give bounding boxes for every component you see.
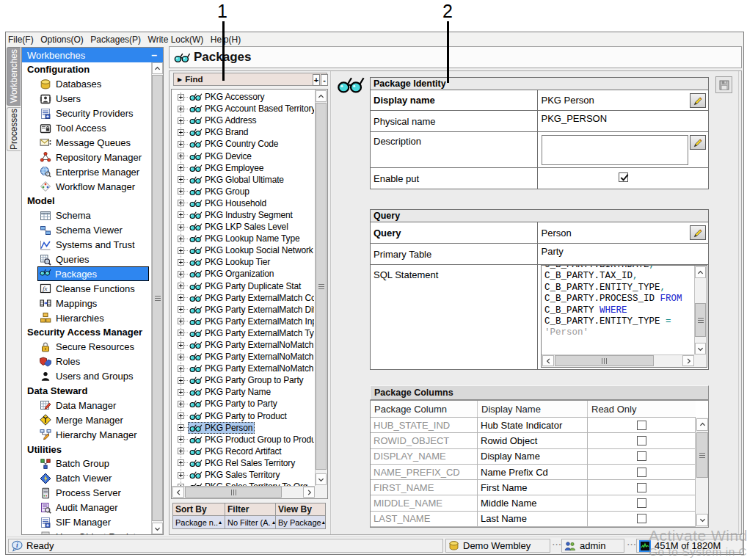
expand-icon[interactable]: [178, 389, 184, 396]
sidebar-item-queries[interactable]: Queries: [22, 252, 151, 267]
expand-icon[interactable]: [178, 259, 184, 266]
read-only-checkbox[interactable]: [637, 451, 646, 461]
save-button[interactable]: [715, 76, 732, 93]
description-field[interactable]: [542, 135, 688, 165]
tree-item-pkg-device[interactable]: PKG Device: [172, 150, 315, 161]
scroll-thumb[interactable]: [316, 103, 327, 470]
sql-hscrollbar[interactable]: [542, 354, 695, 367]
tree-item-pkg-party-externalmatch-dif[interactable]: PKG Party ExternalMatch Dif: [172, 304, 315, 316]
expand-icon[interactable]: [178, 424, 184, 431]
tree-item-pkg-employee[interactable]: PKG Employee: [172, 162, 315, 174]
edit-description-button[interactable]: [690, 135, 706, 150]
expand-icon[interactable]: [178, 94, 184, 101]
expand-icon[interactable]: [178, 401, 184, 407]
expand-icon[interactable]: [178, 472, 184, 479]
tree-item-pkg-party-name[interactable]: PKG Party Name: [172, 386, 315, 398]
expand-icon[interactable]: [178, 271, 184, 277]
scroll-down-button[interactable]: [316, 473, 327, 485]
expand-icon[interactable]: [178, 318, 184, 324]
scroll-up-button[interactable]: [695, 266, 706, 278]
expand-icon[interactable]: [178, 306, 184, 313]
expand-icon[interactable]: [178, 200, 184, 206]
expand-icon[interactable]: [178, 366, 184, 372]
sidebar-item-schema-viewer[interactable]: Schema Viewer: [22, 223, 151, 238]
read-only-checkbox[interactable]: [637, 436, 646, 446]
sidebar-item-cleanse-functions[interactable]: fxCleanse Functions: [22, 281, 151, 296]
tree-item-pkg-party-externalmatch-ty[interactable]: PKG Party ExternalMatch Ty: [172, 327, 315, 339]
menu-write-lock-w[interactable]: Write Lock(W): [148, 33, 204, 46]
sidebar-item-hierarchies[interactable]: Hierarchies: [22, 310, 151, 325]
tree-item-pkg-industry-segment[interactable]: PKG Industry Segment: [172, 209, 315, 221]
tree-item-pkg-lookup-name-type[interactable]: PKG Lookup Name Type: [172, 233, 315, 244]
scroll-thumb[interactable]: [152, 75, 163, 521]
scroll-down-button[interactable]: [695, 343, 706, 354]
tree-item-pkg-address[interactable]: PKG Address: [172, 114, 315, 126]
tree-item-pkg-organization[interactable]: PKG Organization: [172, 268, 315, 280]
tree-item-pkg-person[interactable]: PKG Person: [172, 422, 315, 434]
filter-select[interactable]: No Filter (A..▴: [225, 516, 276, 528]
sidebar-item-enterprise-manager[interactable]: Enterprise Manager: [22, 164, 151, 179]
scroll-thumb[interactable]: [695, 303, 706, 337]
tree-item-pkg-sales-territory[interactable]: PKG Sales Territory: [172, 469, 315, 481]
panel-splitter[interactable]: [330, 71, 332, 534]
tree-item-pkg-rel-sales-territory[interactable]: PKG Rel Sales Territory: [172, 457, 315, 469]
sidebar-item-batch-group[interactable]: Batch Group: [22, 457, 151, 471]
tree-item-pkg-party-duplicate-stat[interactable]: PKG Party Duplicate Stat: [172, 280, 315, 292]
read-only-checkbox[interactable]: [637, 421, 646, 430]
enable-put-checkbox[interactable]: [619, 172, 628, 182]
tree-item-pkg-record-artifact[interactable]: PKG Record Artifact: [172, 446, 315, 457]
package-tree-vscrollbar[interactable]: [315, 90, 327, 486]
scroll-thumb[interactable]: [555, 355, 654, 366]
sidebar-item-mappings[interactable]: Mappings: [22, 296, 151, 310]
sidebar-item-workflow-manager[interactable]: Workflow Manager: [22, 179, 151, 194]
expand-all-button[interactable]: +: [313, 74, 320, 86]
expand-icon[interactable]: [178, 224, 184, 230]
tree-item-pkg-party-externalnomatch[interactable]: PKG Party ExternalNoMatch: [172, 363, 315, 374]
view-by-select[interactable]: By Package▴: [276, 516, 325, 528]
package-tree-hscrollbar[interactable]: [172, 486, 315, 498]
edit-display-name-button[interactable]: [690, 93, 706, 108]
sidebar-item-databases[interactable]: Databases: [22, 77, 151, 92]
menu-packages-p[interactable]: Packages(P): [90, 33, 141, 46]
scroll-thumb[interactable]: [185, 487, 282, 498]
side-tab-workbenches[interactable]: Workbenches: [7, 47, 21, 106]
tree-item-pkg-party-externalmatch-co[interactable]: PKG Party ExternalMatch Co: [172, 292, 315, 304]
find-bar[interactable]: ▶ Find: [173, 73, 327, 86]
sidebar-scrollbar[interactable]: [151, 62, 163, 534]
sidebar-minimize-button[interactable]: –: [151, 49, 158, 61]
expand-icon[interactable]: [178, 129, 184, 136]
tree-item-pkg-account-based-territory[interactable]: PKG Account Based Territory: [172, 103, 315, 114]
tree-item-pkg-country-code[interactable]: PKG Country Code: [172, 138, 315, 150]
sql-statement-text[interactable]: C_B_PARTY.BIRTHDATE, C_B_PARTY.TAX_ID, C…: [542, 266, 695, 355]
sidebar-item-secure-resources[interactable]: Secure Resources: [22, 340, 151, 354]
sidebar-item-schema[interactable]: Schema: [22, 208, 151, 223]
sidebar-item-hierarchy-manager[interactable]: Hierarchy Manager: [22, 427, 151, 442]
sidebar-item-roles[interactable]: Roles: [22, 354, 151, 369]
expand-icon[interactable]: [178, 176, 184, 183]
tree-item-pkg-global-ultimate[interactable]: PKG Global Ultimate: [172, 174, 315, 186]
expand-icon[interactable]: [178, 342, 184, 349]
package-columns-scrollbar[interactable]: [695, 418, 708, 527]
menu-help-h[interactable]: Help(H): [211, 33, 241, 46]
tree-item-pkg-brand[interactable]: PKG Brand: [172, 126, 315, 138]
tree-item-pkg-party-externalnomatch[interactable]: PKG Party ExternalNoMatch: [172, 351, 315, 363]
sidebar-item-security-providers[interactable]: Security Providers: [22, 106, 151, 121]
expand-icon[interactable]: [178, 236, 184, 242]
scroll-right-button[interactable]: [303, 487, 315, 498]
expand-icon[interactable]: [178, 211, 184, 218]
expand-icon[interactable]: [178, 377, 184, 384]
edit-query-button[interactable]: [690, 225, 706, 240]
read-only-checkbox[interactable]: [637, 468, 646, 477]
expand-icon[interactable]: [178, 448, 184, 454]
expand-icon[interactable]: [178, 436, 184, 443]
menu-options-o[interactable]: Options(O): [40, 33, 84, 46]
sidebar-item-sif-manager[interactable]: SIF Manager: [22, 515, 151, 530]
sort-by-select[interactable]: Package n..▴: [173, 516, 225, 528]
expand-icon[interactable]: [178, 294, 184, 301]
menu-file-f[interactable]: File(F): [8, 33, 34, 46]
tree-item-pkg-group[interactable]: PKG Group: [172, 186, 315, 197]
scroll-down-button[interactable]: [152, 523, 163, 534]
sidebar-item-audit-manager[interactable]: Audit Manager: [22, 501, 151, 515]
tree-item-pkg-household[interactable]: PKG Household: [172, 197, 315, 209]
expand-icon[interactable]: [178, 164, 184, 171]
